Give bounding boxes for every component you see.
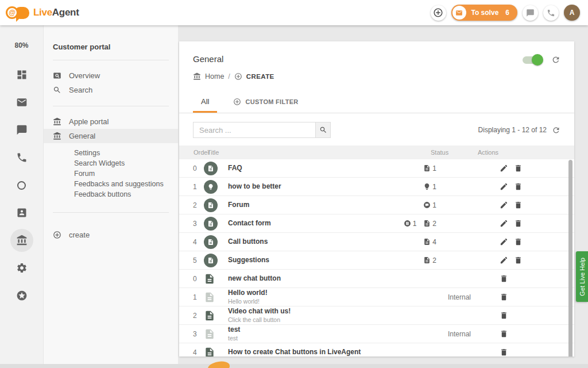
rail-item-tickets[interactable] [8,89,36,116]
delete-button[interactable] [514,164,523,172]
top-bar: @ LiveAgent To solve 6 A [0,0,588,25]
edit-button[interactable] [500,201,508,209]
table-row[interactable]: 0 new chat button [179,270,574,288]
rail-item-customer-portal[interactable] [10,229,33,252]
document-icon [204,347,223,357]
sidebar-item-overview[interactable]: Overview [44,68,178,83]
search-input[interactable] [193,122,315,138]
table-row[interactable]: 4 Call buttons 4 [179,233,574,251]
article-circle-icon [204,254,218,267]
rail-item-dashboard[interactable] [8,61,36,89]
rail-item-chats[interactable] [8,116,36,144]
table-row[interactable]: 2 Video chat with us! Click the call but… [179,306,574,325]
logo-word-live: Live [33,7,52,18]
article-circle-icon [204,217,218,231]
rail-item-automation[interactable] [8,171,36,199]
bottom-strip [0,364,588,368]
mail-icon [452,6,466,20]
chats-button[interactable] [523,5,538,21]
delete-button[interactable] [514,256,523,264]
rail-item-settings[interactable] [8,254,36,282]
sidebar-title: Customer portal [44,43,178,51]
table-scrollbar[interactable] [568,160,572,356]
breadcrumb-create-link[interactable]: CREATE [246,73,274,80]
table-row[interactable]: 3 Contact form 1 2 [179,214,574,233]
tab-all[interactable]: All [193,92,217,113]
delete-button[interactable] [514,237,523,246]
tab-custom-filter[interactable]: CUSTOM FILTER [225,92,306,113]
delete-button[interactable] [514,182,523,191]
rail-item-upgrade[interactable] [8,282,36,309]
bank-icon [16,235,28,246]
calls-button[interactable] [543,5,559,21]
sidebar-subitem-search-widgets[interactable]: Search Widgets [44,158,178,168]
delete-button[interactable] [514,219,523,228]
table-row[interactable]: 4 How to create Chat buttons in LiveAgen… [179,343,574,356]
edit-button[interactable] [500,256,508,264]
logo-word-agent: Agent [52,7,79,18]
search-icon [319,126,327,134]
table-row[interactable]: 1 how to be better 1 [179,178,574,196]
article-circle-icon [204,198,218,212]
edit-button[interactable] [500,237,508,246]
sidebar-item-search[interactable]: Search [44,83,178,97]
avatar[interactable]: A [564,5,580,21]
article-circle-icon [204,162,218,175]
rail-item-contacts[interactable] [8,199,36,227]
top-actions: To solve 6 A [431,5,580,21]
displaying-count: Displaying 1 - 12 of 12 [478,126,547,134]
add-circle-icon [53,231,61,239]
delete-button[interactable] [500,274,508,283]
add-circle-icon [433,7,443,18]
bulb-count-icon [423,183,431,190]
refresh-icon[interactable] [551,55,560,64]
table-toolbar: Displaying 1 - 12 of 12 [179,113,574,145]
edit-button[interactable] [500,182,508,191]
sidebar-subitem-feedback-buttons[interactable]: Feedback buttons [44,189,178,200]
sidebar-subitem-forum[interactable]: Forum [44,168,178,179]
delete-button[interactable] [500,293,508,301]
get-live-help-button[interactable]: Get Live Help [576,251,588,302]
capacity-indicator[interactable]: 80% [14,41,28,61]
column-status: Status [431,149,448,156]
refresh-icon[interactable] [552,126,560,135]
breadcrumb-home-link[interactable]: Home [205,72,224,80]
table-row[interactable]: 5 Suggestions 2 [179,251,574,270]
delete-button[interactable] [500,348,508,356]
rail-item-calls[interactable] [8,144,36,171]
delete-button[interactable] [500,329,508,338]
add-new-button[interactable] [431,5,446,21]
article-count-icon [423,256,431,264]
edit-button[interactable] [500,219,508,228]
icon-rail: 80% [0,25,44,368]
tabs: All CUSTOM FILTER [179,92,574,113]
logo-bubble-icon: @ [6,6,29,19]
bank-icon [193,72,201,80]
edit-button[interactable] [500,164,508,172]
table-row[interactable]: 2 Forum 1 [179,196,574,214]
sidebar-item-create[interactable]: create [44,228,178,242]
mail-icon [16,97,28,108]
bank-icon [53,117,61,126]
table-row[interactable]: 1 Hello world! Hello world! Internal [179,288,574,306]
table-row[interactable]: 0 FAQ 1 [179,159,574,178]
search-icon [53,86,61,94]
chat-icon [16,124,28,136]
delete-button[interactable] [500,311,508,320]
page-title: General [193,54,560,64]
status-label: Internal [436,330,500,338]
search-button[interactable] [315,122,331,138]
bank-icon [53,132,61,140]
phone-icon [547,9,555,17]
table-row[interactable]: 3 test test Internal [179,325,574,343]
pageview-icon [53,71,61,80]
sidebar-subitem-settings[interactable]: Settings [44,148,178,158]
sidebar-item-general[interactable]: General [44,129,178,143]
document-icon [204,328,223,340]
to-solve-button[interactable]: To solve 6 [451,5,517,21]
sidebar-item-apple-portal[interactable]: Apple portal [44,114,178,129]
add-circle-icon [234,72,242,80]
sidebar-subitem-feedbacks[interactable]: Feedbacks and suggestions [44,179,178,189]
delete-button[interactable] [514,201,523,209]
portal-active-toggle[interactable] [523,56,542,64]
